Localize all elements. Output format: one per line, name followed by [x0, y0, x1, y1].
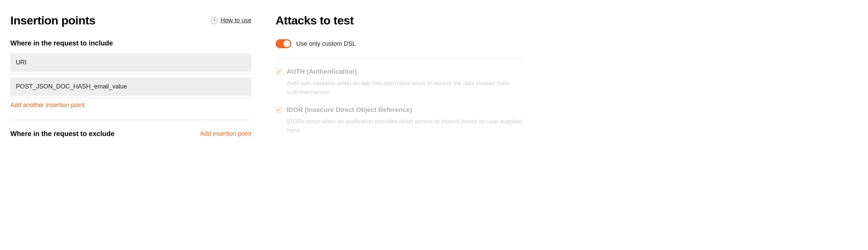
add-insertion-point-exclude[interactable]: Add insertion point [200, 130, 251, 137]
divider [10, 120, 251, 120]
exclude-section-label: Where in the request to exclude [10, 130, 114, 138]
check-icon [276, 69, 281, 74]
how-to-use-label: How to use [220, 17, 251, 24]
attack-description: IDORs occur when an application provides… [287, 117, 524, 135]
how-to-use-link[interactable]: ? How to use [211, 17, 251, 24]
attack-checkbox[interactable] [276, 107, 282, 113]
check-icon [276, 107, 281, 112]
attacks-panel: Attacks to test Use only custom DSL AUTH… [276, 14, 524, 144]
insertion-point-item[interactable]: URI [10, 53, 251, 72]
insertion-point-item[interactable]: POST_JSON_DOC_HASH_email_value [10, 77, 251, 96]
divider [10, 98, 251, 98]
attack-title: IDOR (Insecure Direct Object Reference) [287, 106, 412, 114]
divider [10, 74, 251, 74]
insertion-points-title: Insertion points [10, 14, 95, 27]
attack-description: Auth-vuln happens when an app has altern… [287, 79, 524, 96]
attack-title: AUTH (Authentication) [287, 68, 357, 75]
attacks-title: Attacks to test [276, 14, 354, 27]
attack-item-auth: AUTH (Authentication) Auth-vuln happens … [276, 68, 524, 96]
insertion-points-panel: Insertion points ? How to use Where in t… [10, 14, 251, 144]
custom-dsl-toggle[interactable] [276, 39, 291, 48]
custom-dsl-toggle-label: Use only custom DSL [296, 40, 356, 48]
divider [276, 58, 524, 58]
include-section-label: Where in the request to include [10, 39, 251, 47]
help-icon: ? [211, 17, 218, 24]
attack-checkbox[interactable] [276, 69, 282, 75]
attack-item-idor: IDOR (Insecure Direct Object Reference) … [276, 106, 524, 135]
add-insertion-point-include[interactable]: Add another insertion point [10, 102, 84, 109]
toggle-knob [283, 40, 290, 47]
